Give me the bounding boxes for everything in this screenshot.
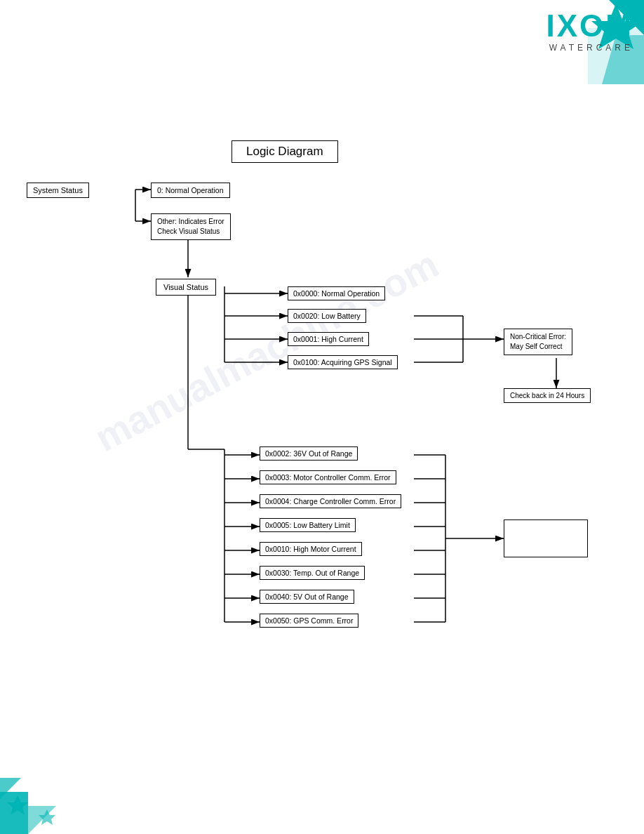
code-0002-box: 0x0002: 36V Out of Range [260, 446, 358, 461]
code-0040-box: 0x0040: 5V Out of Range [260, 590, 354, 604]
code-0030-box: 0x0030: Temp. Out of Range [260, 566, 365, 580]
svg-marker-5 [28, 806, 56, 834]
watermark: manualmachine.com [70, 246, 463, 456]
code-0003-box: 0x0003: Motor Controller Comm. Error [260, 470, 396, 484]
critical-error-result-box [504, 519, 588, 557]
non-critical-error-box: Non-Critical Error:May Self Correct [504, 329, 572, 355]
system-status-box: System Status [27, 183, 89, 198]
code-0010-box: 0x0010: High Motor Current [260, 542, 362, 556]
code-0005-box: 0x0005: Low Battery Limit [260, 518, 356, 532]
code-0020-box: 0x0020: Low Battery [288, 309, 366, 323]
normal-operation-box: 0: Normal Operation [151, 183, 230, 198]
logo-ixom: IXOM [546, 11, 633, 41]
code-0004-box: 0x0004: Charge Controller Comm. Error [260, 494, 401, 508]
code-0000-box: 0x0000: Normal Operation [288, 286, 385, 300]
code-0100-box: 0x0100: Acquiring GPS Signal [288, 355, 398, 369]
other-error-box: Other: Indicates ErrorCheck Visual Statu… [151, 213, 231, 240]
check-back-box: Check back in 24 Hours [504, 388, 591, 403]
diagram-title: Logic Diagram [232, 140, 338, 163]
code-0001-box: 0x0001: High Current [288, 332, 369, 346]
logo-watercare: WATERCARE [546, 43, 633, 53]
visual-status-box: Visual Status [156, 279, 216, 296]
code-0050-box: 0x0050: GPS Comm. Error [260, 614, 358, 628]
